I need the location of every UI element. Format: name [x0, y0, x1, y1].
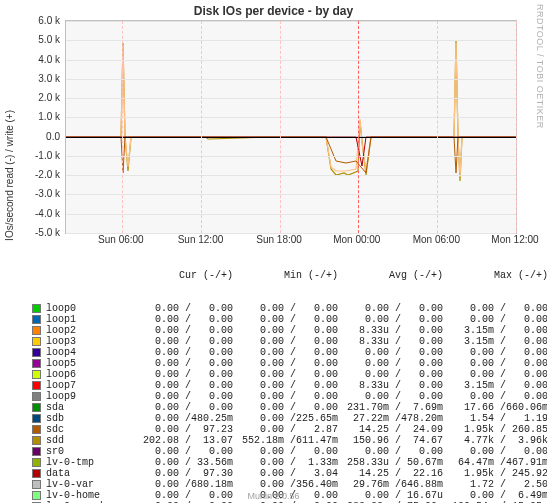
legend-value: 3.15m / 0.00: [443, 380, 547, 391]
legend-name: sda: [46, 402, 128, 413]
legend-row: lv-0-tmp 0.00 / 33.56m 0.00 / 1.33m258.3…: [32, 457, 547, 468]
legend-value: 0.00 / 0.00: [443, 347, 547, 358]
legend-value: 150.96 / 74.67: [338, 435, 443, 446]
legend-swatch: [32, 458, 41, 467]
rrdtool-watermark: RRDTOOL / TOBI OETIKER: [535, 4, 545, 129]
legend-name: lv-0-home: [46, 490, 128, 501]
legend-row: loop0 0.00 / 0.00 0.00 / 0.00 0.00 / 0.0…: [32, 303, 547, 314]
legend-swatch: [32, 447, 41, 456]
x-tick-label: Mon 06:00: [413, 234, 460, 245]
legend-swatch: [32, 469, 41, 478]
legend-value: 1.72 / 2.50: [443, 479, 547, 490]
legend-value: 0.00 / 16.67u: [338, 490, 443, 501]
legend-value: 0.00 / 0.00: [233, 347, 338, 358]
x-tick-label: Sun 18:00: [256, 234, 302, 245]
y-tick-label: 0.0: [28, 130, 60, 141]
legend-row: loop7 0.00 / 0.00 0.00 / 0.00 8.33u / 0.…: [32, 380, 547, 391]
legend-row: sdb 0.00 /480.25m 0.00 /225.65m 27.22m /…: [32, 413, 547, 424]
legend-value: 0.00 / 0.00: [338, 347, 443, 358]
legend-swatch: [32, 326, 41, 335]
legend-value: 0.00 / 0.00: [443, 391, 547, 402]
legend-value: 0.00 / 0.00: [338, 369, 443, 380]
legend-value: 0.00 / 0.00: [128, 380, 233, 391]
legend-name: sdd: [46, 435, 128, 446]
y-tick-label: -4.0 k: [28, 207, 60, 218]
y-tick-label: -3.0 k: [28, 188, 60, 199]
legend-value: 0.00 / 1.33m: [233, 457, 338, 468]
legend-name: data: [46, 468, 128, 479]
legend-value: 0.00 / 0.00: [128, 336, 233, 347]
x-tick-label: Sun 12:00: [178, 234, 224, 245]
legend-row: loop3 0.00 / 0.00 0.00 / 0.00 8.33u / 0.…: [32, 336, 547, 347]
legend-value: 0.00 / 0.00: [338, 358, 443, 369]
legend-value: 0.00 / 0.00: [128, 369, 233, 380]
legend-row: loop4 0.00 / 0.00 0.00 / 0.00 0.00 / 0.0…: [32, 347, 547, 358]
legend-value: 0.00 / 3.04: [233, 468, 338, 479]
legend-row: loop9 0.00 / 0.00 0.00 / 0.00 0.00 / 0.0…: [32, 391, 547, 402]
legend-row: sr0 0.00 / 0.00 0.00 / 0.00 0.00 / 0.00 …: [32, 446, 547, 457]
y-tick-label: -5.0 k: [28, 227, 60, 238]
legend-value: 0.00 / 0.00: [128, 490, 233, 501]
legend-value: 231.70m / 7.69m: [338, 402, 443, 413]
legend-row: loop5 0.00 / 0.00 0.00 / 0.00 0.00 / 0.0…: [32, 358, 547, 369]
legend-value: 0.00 / 0.00: [233, 358, 338, 369]
legend-value: 3.15m / 0.00: [443, 325, 547, 336]
legend-value: 8.33u / 0.00: [338, 336, 443, 347]
legend-value: 552.18m /611.47m: [233, 435, 338, 446]
legend-value: 0.00 / 0.00: [443, 314, 547, 325]
legend-value: 0.00 / 0.00: [128, 358, 233, 369]
legend-value: 64.47m /467.91m: [443, 457, 547, 468]
legend-swatch: [32, 425, 41, 434]
footer-version: Munin 2.0.56: [247, 491, 299, 501]
legend-value: 4.77k / 3.96k: [443, 435, 547, 446]
legend-value: 0.00 / 0.00: [128, 325, 233, 336]
y-tick-label: 1.0 k: [28, 111, 60, 122]
legend-name: sdb: [46, 413, 128, 424]
legend-swatch: [32, 337, 41, 346]
legend-value: 0.00 / 0.00: [233, 380, 338, 391]
legend-value: 0.00 / 0.00: [443, 303, 547, 314]
legend-name: loop1: [46, 314, 128, 325]
legend-swatch: [32, 392, 41, 401]
legend-name: loop6: [46, 369, 128, 380]
legend-value: 0.00 / 0.00: [233, 336, 338, 347]
legend-value: 0.00 / 0.00: [338, 446, 443, 457]
legend-swatch: [32, 381, 41, 390]
y-tick-label: -2.0 k: [28, 169, 60, 180]
legend-value: 0.00 / 0.00: [128, 347, 233, 358]
legend-value: 14.25 / 22.16: [338, 468, 443, 479]
legend-header-row: Cur (-/+)Min (-/+)Avg (-/+)Max (-/+): [32, 270, 547, 281]
legend-value: 0.00 / 97.23: [128, 424, 233, 435]
legend-swatch: [32, 348, 41, 357]
legend-swatch: [32, 403, 41, 412]
x-tick-label: Mon 00:00: [333, 234, 380, 245]
legend-swatch: [32, 359, 41, 368]
legend-name: loop3: [46, 336, 128, 347]
legend-value: 0.00 / 0.00: [233, 369, 338, 380]
legend-value: 27.22m /478.20m: [338, 413, 443, 424]
legend-value: 0.00 / 0.00: [233, 446, 338, 457]
legend-table: Cur (-/+)Min (-/+)Avg (-/+)Max (-/+) loo…: [32, 248, 547, 503]
legend-row: lv-0-var 0.00 /680.18m 0.00 /356.40m 29.…: [32, 479, 547, 490]
legend-value: 0.00 / 0.00: [233, 314, 338, 325]
legend-value: 0.00 / 97.30: [128, 468, 233, 479]
legend-row: sda 0.00 / 0.00 0.00 / 0.00231.70m / 7.6…: [32, 402, 547, 413]
legend-swatch: [32, 436, 41, 445]
chart-lines: [66, 21, 516, 233]
legend-value: 29.76m /646.88m: [338, 479, 443, 490]
legend-swatch: [32, 491, 41, 500]
legend-value: 0.00 / 0.00: [233, 402, 338, 413]
x-tick-label: Mon 12:00: [491, 234, 538, 245]
legend-value: 202.08 / 13.07: [128, 435, 233, 446]
legend-value: 0.00 / 0.00: [443, 369, 547, 380]
legend-name: sr0: [46, 446, 128, 457]
legend-value: 0.00 / 0.00: [233, 303, 338, 314]
legend-value: 0.00 / 6.49m: [443, 490, 547, 501]
legend-name: sdc: [46, 424, 128, 435]
legend-value: 0.00 / 0.00: [443, 446, 547, 457]
legend-value: 258.33u / 50.67m: [338, 457, 443, 468]
legend-swatch: [32, 414, 41, 423]
legend-row: loop1 0.00 / 0.00 0.00 / 0.00 0.00 / 0.0…: [32, 314, 547, 325]
legend-value: 0.00 /480.25m: [128, 413, 233, 424]
chart-title: Disk IOs per device - by day: [0, 4, 547, 18]
